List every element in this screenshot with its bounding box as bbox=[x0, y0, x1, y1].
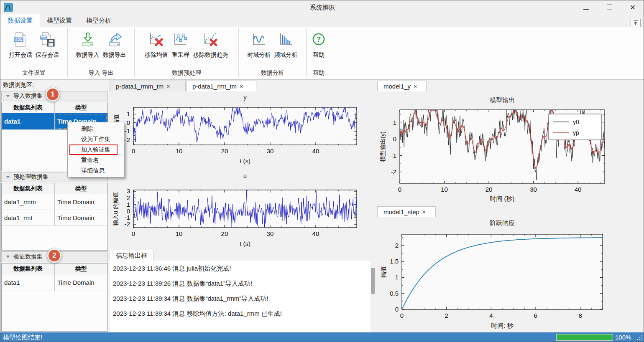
help-icon: ? bbox=[309, 30, 328, 49]
svg-text:40: 40 bbox=[312, 147, 319, 155]
message-scrollbar[interactable] bbox=[371, 261, 375, 332]
minimize-button[interactable] bbox=[574, 0, 598, 14]
collapse-arrow-icon bbox=[633, 20, 639, 26]
scrollbar-thumb[interactable] bbox=[371, 268, 375, 294]
table-row-data1-rmm[interactable]: data1_rmm Time Domain bbox=[2, 194, 107, 210]
tab-close-icon[interactable]: × bbox=[166, 83, 170, 90]
center-plot-tab-bar: p-data1_rmm_tm× p-data1_rmt_tm× bbox=[110, 80, 377, 91]
svg-text:0: 0 bbox=[132, 230, 135, 237]
column-header-dataset-list[interactable]: 数据集列表 bbox=[2, 102, 55, 113]
ribbon-group-caption: 帮助 bbox=[307, 69, 331, 79]
tab-model-analysis[interactable]: 模型分析 bbox=[79, 14, 118, 27]
ribbon-group-caption: 导入 导出 bbox=[68, 69, 134, 79]
tab-p-data1-rmt-tm[interactable]: p-data1_rmt_tm× bbox=[186, 81, 256, 91]
tab-label: p-data1_rmm_tm bbox=[116, 83, 164, 90]
plot-output-y: 01020304010-1-2yt (s)幅值 bbox=[112, 92, 373, 172]
button-label: 时域分析 bbox=[248, 51, 271, 59]
minimize-icon bbox=[583, 9, 589, 10]
tab-data-settings[interactable]: 数据设置 bbox=[0, 14, 40, 27]
save-session-icon: JSON bbox=[38, 30, 56, 49]
svg-text:模型输出(y): 模型输出(y) bbox=[379, 132, 386, 162]
button-label: 保存会话 bbox=[36, 51, 59, 59]
data-browser-panel: 数据浏览区: 导入数据集 数据集列表 类型 data1 Time Domain … bbox=[0, 80, 109, 332]
data-import-button[interactable]: 数据导入 bbox=[74, 30, 101, 69]
detrend-button[interactable]: 移除数据趋势 bbox=[192, 30, 230, 69]
svg-text:10: 10 bbox=[176, 147, 183, 155]
time-domain-icon bbox=[250, 30, 268, 49]
menu-item-details[interactable]: 详细信息 bbox=[68, 165, 124, 176]
button-label: 数据导出 bbox=[103, 51, 126, 59]
svg-text:-2: -2 bbox=[125, 220, 130, 228]
menu-item-set-working-set[interactable]: 设为工作集 bbox=[68, 134, 124, 144]
maximize-button[interactable] bbox=[598, 0, 621, 14]
resample-icon bbox=[171, 30, 190, 49]
svg-text:yp: yp bbox=[573, 129, 579, 136]
validation-dataset-table: 数据集列表 类型 data1 Time Domain bbox=[1, 263, 108, 332]
save-session-button[interactable]: JSON 保存会话 bbox=[34, 30, 61, 69]
table-header-row: 数据集列表 类型 bbox=[2, 263, 107, 274]
svg-text:t (s): t (s) bbox=[240, 240, 250, 247]
table-row-data1-rmt[interactable]: data1_rmt Time Domain bbox=[2, 210, 107, 226]
plot-input-u: 0102030403210-1-2ut (s)输入u 的幅值 bbox=[112, 172, 373, 249]
data-export-button[interactable]: 数据导出 bbox=[101, 30, 128, 69]
close-icon: × bbox=[630, 3, 636, 12]
svg-text:0: 0 bbox=[395, 306, 399, 313]
menu-item-add-to-validation-set[interactable]: 加入验证集 bbox=[68, 144, 124, 155]
svg-text:t (s): t (s) bbox=[240, 157, 250, 165]
progress-bar bbox=[556, 334, 613, 341]
close-button[interactable]: × bbox=[621, 0, 644, 14]
section-header-label: 验证数据集 bbox=[13, 253, 43, 261]
svg-text:?: ? bbox=[317, 35, 321, 43]
menu-item-delete[interactable]: 删除 bbox=[68, 124, 124, 134]
button-label: 移除数据趋势 bbox=[193, 51, 228, 59]
button-label: 打开会话 bbox=[9, 51, 32, 59]
menu-item-rename[interactable]: 重命名 bbox=[68, 155, 124, 165]
status-bar: 模型绘图结束! 100% bbox=[0, 332, 644, 342]
tab-close-icon[interactable]: × bbox=[414, 83, 417, 90]
column-header-dataset-list[interactable]: 数据集列表 bbox=[2, 183, 55, 194]
svg-text:y: y bbox=[243, 94, 247, 101]
tab-model-settings[interactable]: 模型设置 bbox=[40, 14, 79, 27]
ribbon-group-file-settings: JSON 打开会话 JSON bbox=[0, 27, 67, 79]
svg-text:0: 0 bbox=[127, 208, 130, 215]
annotation-badge-1: 1 bbox=[46, 87, 60, 101]
svg-text:JSON: JSON bbox=[14, 38, 23, 41]
preprocessed-dataset-table: 数据集列表 类型 data1_rmm Time Domain data1_rmt… bbox=[1, 183, 108, 251]
table-row-data1-validation[interactable]: data1 Time Domain bbox=[2, 274, 107, 291]
column-header-type[interactable]: 类型 bbox=[55, 263, 107, 274]
remove-mean-button[interactable]: 移除均值 bbox=[143, 30, 170, 69]
tab-close-icon[interactable]: × bbox=[422, 209, 426, 215]
tab-model1-y[interactable]: model1_y× bbox=[377, 81, 427, 91]
svg-text:-2: -2 bbox=[125, 136, 130, 143]
svg-text:6: 6 bbox=[534, 312, 537, 319]
svg-text:-1: -1 bbox=[125, 214, 130, 221]
app-window: 系统辨识 × 数据设置 模型设置 模型分析 bbox=[0, 0, 644, 342]
ribbon-group-analysis: 时域分析 bbox=[239, 27, 306, 79]
svg-text:2: 2 bbox=[127, 194, 130, 201]
svg-text:2: 2 bbox=[445, 312, 448, 319]
tab-close-icon[interactable]: × bbox=[240, 83, 243, 90]
tab-message-output[interactable]: 信息输出框 bbox=[110, 250, 153, 261]
time-domain-analysis-button[interactable]: 时域分析 bbox=[246, 30, 273, 69]
tab-model1-step[interactable]: model1_step× bbox=[377, 206, 436, 217]
svg-text:10: 10 bbox=[176, 230, 183, 237]
ribbon-group-caption: 文件设置 bbox=[0, 69, 67, 79]
svg-text:y0: y0 bbox=[573, 119, 579, 125]
resize-grip[interactable] bbox=[637, 335, 643, 341]
column-header-type[interactable]: 类型 bbox=[55, 102, 107, 113]
resample-button[interactable]: 重采样 bbox=[170, 30, 192, 69]
column-header-dataset-list[interactable]: 数据集列表 bbox=[2, 263, 55, 274]
status-message: 模型绘图结束! bbox=[3, 334, 42, 342]
svg-text:3: 3 bbox=[127, 187, 130, 195]
chevron-down-icon bbox=[6, 95, 10, 97]
tab-p-data1-rmm-tm[interactable]: p-data1_rmm_tm× bbox=[110, 81, 186, 91]
plot-step-response: 0246800.511.52阶跃响应时间: 秒幅值 bbox=[378, 218, 643, 331]
collapse-ribbon-button[interactable] bbox=[631, 19, 641, 27]
help-button[interactable]: ? 帮助 bbox=[308, 30, 330, 69]
dataset-name-cell: data1 bbox=[2, 113, 55, 129]
column-header-type[interactable]: 类型 bbox=[55, 183, 107, 194]
button-label: 帮助 bbox=[313, 51, 325, 59]
open-session-button[interactable]: JSON 打开会话 bbox=[7, 30, 34, 69]
frequency-domain-analysis-button[interactable]: 频域分析 bbox=[273, 30, 299, 69]
svg-text:0: 0 bbox=[127, 119, 130, 126]
